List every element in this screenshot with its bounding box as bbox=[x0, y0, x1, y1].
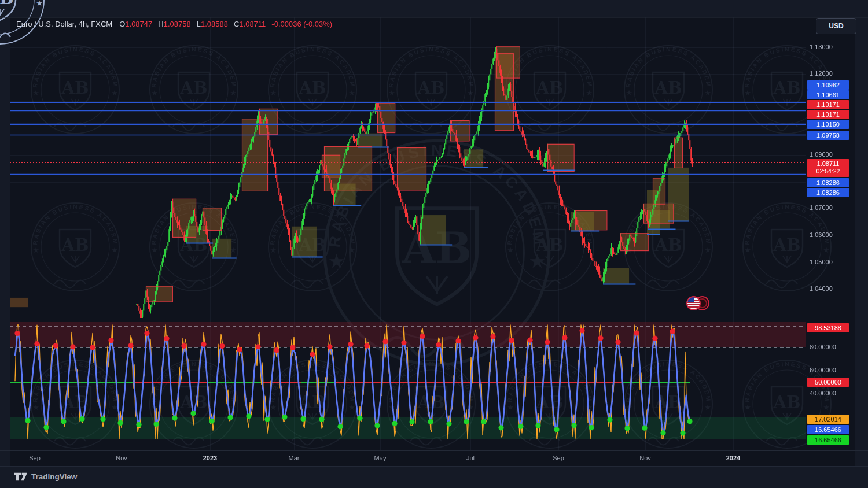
price-axis-border bbox=[806, 17, 806, 466]
time-tick-label: Sep bbox=[541, 454, 576, 461]
price-tick-label: 1.06000 bbox=[810, 231, 833, 238]
chart-canvas[interactable] bbox=[0, 0, 868, 466]
price-float-label: 1.08286 bbox=[807, 188, 849, 197]
time-tick-label: 2024 bbox=[716, 454, 751, 461]
price-float-label: 1.0871102:54:22 bbox=[807, 159, 849, 177]
time-tick-label: Nov bbox=[104, 454, 139, 461]
price-tick-label: 1.09000 bbox=[810, 151, 833, 158]
us-flag-icon bbox=[686, 296, 701, 310]
price-float-label: 1.10150 bbox=[807, 120, 849, 129]
change-value: -0.00036 (-0.03%) bbox=[271, 20, 332, 28]
price-tick-label: 1.12000 bbox=[810, 70, 833, 77]
trading-chart-window: ARABIAN BUSINESS ACADEMY ★ ★ AB Euro / U… bbox=[0, 0, 868, 488]
time-tick-label: Sep bbox=[17, 454, 52, 461]
time-tick-label: Jul bbox=[453, 454, 488, 461]
ohlc-item: O1.08747 bbox=[119, 20, 152, 28]
oscillator-float-label: 50.00000 bbox=[807, 378, 849, 387]
tradingview-logo-text: TradingView bbox=[31, 472, 77, 481]
pane-top-border bbox=[0, 17, 868, 18]
price-float-label: 1.08286 bbox=[807, 178, 849, 187]
time-tick-label: May bbox=[363, 454, 398, 461]
ohlc-item: C1.08711 bbox=[234, 20, 266, 28]
time-axis-border bbox=[0, 450, 868, 451]
ohlc-values: O1.08747H1.08758L1.08588C1.08711 bbox=[119, 20, 271, 28]
price-tick-label: 1.05000 bbox=[810, 258, 833, 265]
symbol-title: Euro / U.S. Dollar, 4h, FXCM bbox=[16, 20, 112, 28]
pane-separator[interactable] bbox=[0, 319, 868, 319]
price-float-label: 1.10661 bbox=[807, 90, 849, 99]
price-tick-label: 1.07000 bbox=[810, 204, 833, 211]
footer-bar: TradingView bbox=[0, 466, 868, 488]
price-float-label: 1.09758 bbox=[807, 131, 849, 140]
time-tick-label: 2023 bbox=[193, 454, 227, 461]
time-tick-label: Nov bbox=[628, 454, 663, 461]
symbol-legend[interactable]: Euro / U.S. Dollar, 4h, FXCM O1.08747H1.… bbox=[16, 20, 332, 28]
price-float-label: 1.10962 bbox=[807, 80, 849, 90]
economic-event-flag-marker[interactable] bbox=[686, 295, 712, 313]
oscillator-float-label: 16.65466 bbox=[807, 435, 849, 445]
price-tick-label: 1.04000 bbox=[810, 285, 833, 292]
tradingview-logo-icon bbox=[14, 472, 27, 481]
tradingview-logo[interactable]: TradingView bbox=[14, 472, 77, 481]
ohlc-item: H1.08758 bbox=[158, 20, 190, 28]
price-tick-label: 1.13000 bbox=[810, 43, 833, 50]
oscillator-tick-label: 60.00000 bbox=[810, 367, 836, 374]
ohlc-item: L1.08588 bbox=[197, 20, 228, 28]
currency-toggle-button[interactable]: USD bbox=[816, 18, 856, 34]
oscillator-tick-label: 40.00000 bbox=[810, 390, 836, 397]
price-float-label: 1.10171 bbox=[807, 110, 849, 119]
oscillator-tick-label: 80.00000 bbox=[810, 343, 836, 350]
time-tick-label: Mar bbox=[277, 454, 311, 461]
oscillator-float-label: 98.53188 bbox=[807, 323, 849, 332]
countdown-timer: 02:54:22 bbox=[807, 168, 849, 175]
left-border bbox=[10, 17, 10, 466]
oscillator-float-label: 17.02014 bbox=[807, 415, 849, 424]
price-float-label: 1.10171 bbox=[807, 100, 849, 109]
oscillator-float-label: 16.65466 bbox=[807, 425, 849, 434]
